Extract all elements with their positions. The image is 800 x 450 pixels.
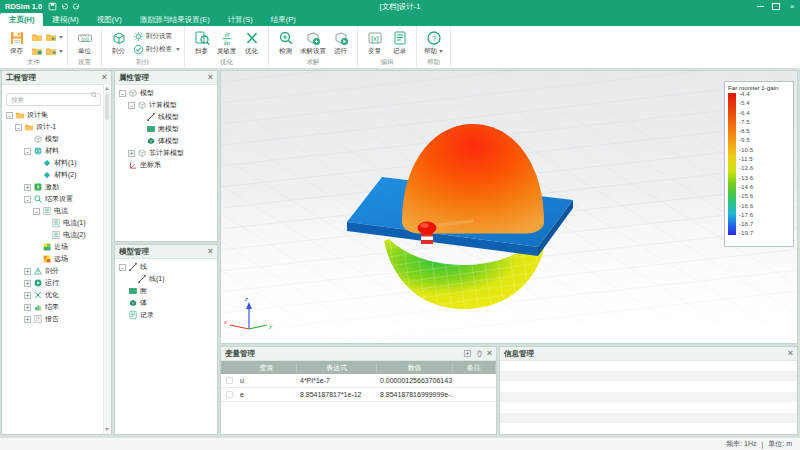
menu-tab[interactable]: 视图(V) [88,13,131,26]
tree-expander[interactable]: - [24,148,31,155]
menu-tab[interactable]: 结果(P) [262,13,305,26]
tree-expander[interactable]: - [6,112,13,119]
tree-item[interactable]: +非计算模型 [115,147,217,159]
tree-item[interactable]: +优化 [2,289,111,301]
tree-item[interactable]: 材料(2) [2,169,111,181]
redo-icon[interactable] [72,2,81,11]
menu-tab[interactable]: 主页(H) [0,13,43,26]
tree-expander[interactable]: + [24,184,31,191]
tree-item[interactable]: 记录 [115,309,217,321]
tree-expander[interactable]: - [119,264,126,271]
maximize-button[interactable] [768,0,784,13]
tree-item[interactable]: -材料 [2,145,111,157]
tree-item[interactable]: -计算模型 [115,99,217,111]
tree-item[interactable]: 体模型 [115,135,217,147]
tree-item[interactable]: +运行 [2,277,111,289]
tree-expander[interactable]: - [15,124,22,131]
menu-tab[interactable]: 建模(M) [43,13,87,26]
menu-tab[interactable]: 激励源与结果设置(E) [131,13,219,26]
tree-expander[interactable]: + [24,268,31,275]
ribbon-group: [x]变量记录编辑 [358,26,417,68]
tree-expander[interactable]: + [24,292,31,299]
variables-panel: 变量管理 × 变量表达式数值备注u4*PI*1e-70.000001256637… [220,346,497,435]
ribbon-button[interactable]: 检测 [273,29,298,57]
legend-tick-label: -5.4 [739,100,753,107]
tree-item[interactable]: 模型 [2,133,111,145]
ribbon-button[interactable]: 求解设置 [298,29,328,57]
quick-save-icon[interactable] [48,2,57,11]
tree-expander[interactable]: - [24,196,31,203]
ribbon-small-button[interactable] [31,30,43,44]
tree-expander[interactable]: + [24,280,31,287]
menu-tab[interactable]: 计算(S) [219,13,262,26]
ribbon-button[interactable]: 保存 [4,29,29,57]
tree-expander[interactable]: - [33,208,40,215]
close-icon[interactable]: × [102,73,107,82]
ribbon-button[interactable]: 剖分 [106,29,131,57]
tree-item[interactable]: 远场 [2,253,111,265]
close-icon[interactable]: × [487,349,492,358]
ribbon-small-button[interactable]: 剖分检查 [133,43,180,56]
ribbon-small-button[interactable] [45,30,63,44]
ribbon-button[interactable]: [x]变量 [362,29,387,57]
project-scrollbar[interactable] [103,84,111,434]
tree-item[interactable]: +报告 [2,313,111,325]
tree-item[interactable]: -结果设置 [2,193,111,205]
close-icon[interactable]: × [788,349,793,358]
tree-item[interactable]: 近场 [2,241,111,253]
tree-item[interactable]: -设计集 [2,109,111,121]
ribbon-small-button[interactable] [31,44,43,58]
tree-item[interactable]: -线 [115,261,217,273]
minimize-button[interactable] [752,0,768,13]
ribbon-button[interactable]: ∂f∂p灵敏度 [214,29,239,57]
table-column-header: 变量 [237,363,297,373]
tree-item[interactable]: 线模型 [115,111,217,123]
delete-variable-icon[interactable] [475,349,484,358]
close-button[interactable]: × [784,0,800,13]
ribbon-button[interactable]: 扫参 [189,29,214,57]
ribbon-button[interactable]: 运行 [328,29,353,57]
tree-item[interactable]: 面 [115,285,217,297]
ribbon-button[interactable]: ?帮助 [421,29,446,57]
tree-expander[interactable]: + [128,150,135,157]
tree-item[interactable]: 坐标系 [115,159,217,171]
tree-item[interactable]: +剖分 [2,265,111,277]
line-diag-icon [146,112,156,122]
3d-viewport[interactable]: x y z Far moniter 1-gain -4.4-5.4-6.4-7.… [220,70,798,344]
legend-tick-label: -13.6 [739,175,753,182]
tree-item[interactable]: +结果 [2,301,111,313]
ribbon-button[interactable]: 优化 [239,29,264,57]
tree-item[interactable]: -电流 [2,205,111,217]
current-doc-icon [51,218,61,228]
add-variable-icon[interactable] [463,349,472,358]
close-icon[interactable]: × [208,247,213,256]
legend-tick-label: -6.4 [739,110,753,117]
tree-item[interactable]: 线(1) [115,273,217,285]
tree-expander[interactable]: + [24,304,31,311]
ribbon-group: ?帮助帮助 [417,26,451,68]
tree-item[interactable]: -模型 [115,87,217,99]
tree-item[interactable]: 电流(2) [2,229,111,241]
tree-item[interactable]: 电流(1) [2,217,111,229]
search-input[interactable] [6,93,101,106]
tree-expander[interactable]: + [24,316,31,323]
ribbon-button[interactable]: (m)单位 [72,29,97,57]
ribbon-button[interactable]: 记录 [387,29,412,57]
tree-item[interactable]: 体 [115,297,217,309]
model-cube-icon [137,148,147,158]
tree-item[interactable]: 材料(1) [2,157,111,169]
row-checkbox[interactable] [221,390,237,399]
tree-expander[interactable]: - [119,90,126,97]
tree-item[interactable]: -设计-1 [2,121,111,133]
undo-icon[interactable] [60,2,69,11]
row-checkbox[interactable] [221,376,237,385]
ribbon-button-label: 单位 [78,47,91,56]
ribbon-small-button[interactable]: 剖分设置 [133,30,180,43]
tree-item[interactable]: +激励 [2,181,111,193]
table-row[interactable]: e8.854187817*1e-128.854187816999999e-... [221,388,496,402]
tree-expander[interactable]: - [128,102,135,109]
ribbon-small-button[interactable] [45,44,63,58]
table-row[interactable]: u4*PI*1e-70.00000125663706143... [221,374,496,388]
tree-item[interactable]: 面模型 [115,123,217,135]
close-icon[interactable]: × [208,73,213,82]
